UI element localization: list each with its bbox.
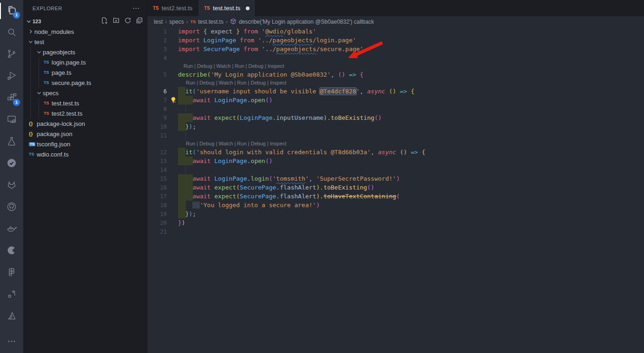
codelens-separator: | (215, 141, 219, 146)
code-line-16: 16 await expect(SecurePage.flashAlert).t… (147, 183, 644, 192)
line-number: 9 (147, 115, 170, 121)
tree-item-specs[interactable]: specs (23, 88, 147, 98)
views-more-actions-icon[interactable]: ⋯ (131, 4, 141, 13)
glyph-margin (170, 27, 178, 36)
glyph-margin (170, 105, 178, 113)
activity-github[interactable] (0, 196, 23, 218)
vscode-window: 1 1 (0, 0, 644, 353)
breadcrumb-separator: › (165, 19, 167, 25)
breadcrumb-folder[interactable]: test (154, 19, 163, 25)
tree-item-tsconfig.json[interactable]: TStsconfig.json (23, 139, 147, 149)
line-number: 17 (147, 193, 170, 200)
activity-live-share[interactable] (0, 284, 23, 306)
tree-item-wdio.conf.ts[interactable]: TSwdio.conf.ts (23, 149, 147, 159)
activity-source-control[interactable] (0, 44, 23, 65)
activity-extensions[interactable]: 1 (0, 87, 23, 109)
tsconfig-file-icon: TS (29, 142, 37, 146)
activity-bar: 1 1 (0, 0, 23, 353)
glyph-margin[interactable] (170, 96, 178, 105)
tree-item-test2.test.ts[interactable]: TStest2.test.ts (23, 108, 147, 118)
codelens-inspect-link[interactable]: Inspect (270, 80, 286, 85)
chevron-down-icon (25, 18, 33, 25)
codelens-run-link[interactable]: Run (237, 80, 246, 85)
codelens-run-link[interactable]: Run (184, 63, 193, 69)
indent-guide (185, 131, 186, 140)
tree-item-label: test2.test.ts (52, 110, 82, 117)
codelens-run-link[interactable]: Run (186, 141, 195, 146)
activity-search[interactable] (0, 22, 23, 44)
tree-item-package-lock.json[interactable]: {}package-lock.json (23, 118, 147, 129)
code-editor[interactable]: 1 import { expect } from '@wdio/globals'… (147, 27, 644, 353)
gitlab-icon (6, 179, 17, 192)
editor-group: TS test2.test.ts TS test.test.ts test › … (147, 0, 644, 353)
tree-item-test.test.ts[interactable]: TStest.test.ts (23, 98, 147, 108)
collapse-all-icon[interactable] (136, 17, 143, 26)
activity-docker[interactable] (0, 218, 23, 240)
codelens-debug-link[interactable]: Debug (251, 141, 266, 146)
codelens-separator: | (233, 80, 237, 85)
activity-more-actions[interactable] (0, 331, 23, 353)
new-file-icon[interactable] (101, 17, 108, 26)
codelens-row: Run | Debug | Watch | Run | Debug | Insp… (147, 140, 644, 148)
tree-item-pageobjects[interactable]: pageobjects (23, 47, 147, 57)
typescript-icon: TS (153, 6, 159, 11)
activity-circle[interactable] (0, 240, 23, 262)
typescript-file-icon: TS (44, 80, 52, 85)
refresh-icon[interactable] (124, 17, 131, 26)
codelens-debug-link[interactable]: Debug (199, 141, 214, 146)
figma-icon (6, 267, 17, 280)
workspace-section-header[interactable]: 123 (23, 16, 147, 26)
tab-test2.test.ts[interactable]: TS test2.test.ts (147, 0, 198, 16)
activity-run-and-debug[interactable] (0, 65, 23, 87)
modified-dot-icon[interactable] (246, 7, 250, 10)
codelens-inspect-link[interactable]: Inspect (270, 141, 286, 146)
codelens-watch-link[interactable]: Watch (219, 80, 233, 85)
tree-item-test[interactable]: test (23, 37, 147, 47)
activity-gitlab[interactable] (0, 175, 23, 196)
breadcrumb-symbol[interactable]: describe('My Login application @Sb0ae083… (239, 19, 374, 25)
activity-explorer[interactable]: 1 (0, 0, 23, 22)
typescript-icon: TS (191, 20, 196, 24)
codelens-run-link[interactable]: Run (235, 63, 244, 69)
codelens-debug-link[interactable]: Debug (197, 63, 212, 69)
codelens-run-link[interactable]: Run (237, 141, 246, 146)
activity-azure[interactable] (0, 306, 23, 327)
codelens-row: Run | Debug | Watch | Run | Debug | Insp… (147, 62, 644, 70)
codelens-separator: | (266, 141, 270, 146)
codelens-debug-link[interactable]: Debug (199, 80, 214, 85)
tree-item-label: page.ts (52, 69, 72, 76)
breadcrumb-separator: › (226, 19, 228, 25)
codelens-separator: | (215, 80, 219, 85)
activity-remote-explorer[interactable] (0, 109, 23, 131)
glyph-margin (170, 183, 178, 192)
code-line-21: 21 (147, 227, 644, 236)
breadcrumb-folder[interactable]: specs (169, 19, 184, 25)
activity-figma[interactable] (0, 262, 23, 284)
activity-testing[interactable] (0, 131, 23, 153)
tab-test.test.ts[interactable]: TS test.test.ts (198, 0, 256, 16)
glyph-margin (170, 201, 178, 209)
codelens-debug-link[interactable]: Debug (251, 80, 266, 85)
badge: 1 (13, 99, 20, 106)
codelens-inspect-link[interactable]: Inspect (268, 63, 284, 69)
glyph-margin (170, 36, 178, 45)
tree-item-secure.page.ts[interactable]: TSsecure.page.ts (23, 78, 147, 88)
tree-item-package.json[interactable]: {}package.json (23, 129, 147, 139)
workspace-name: 123 (33, 19, 101, 24)
codelens-watch-link[interactable]: Watch (219, 141, 233, 146)
codelens-run-link[interactable]: Run (186, 80, 195, 85)
tree-item-login.page.ts[interactable]: TSlogin.page.ts (23, 57, 147, 67)
tree-item-label: pageobjects (43, 49, 75, 56)
tree-item-page.ts[interactable]: TSpage.ts (23, 67, 147, 78)
code-line-14: 14 (147, 165, 644, 174)
codelens-separator: | (247, 80, 251, 85)
line-number: 6 (147, 88, 170, 95)
activity-check[interactable] (0, 153, 23, 175)
codelens-debug-link[interactable]: Debug (249, 63, 263, 69)
tree-item-node_modules[interactable]: node_modules (23, 26, 147, 37)
line-number: 20 (147, 220, 170, 226)
codelens-watch-link[interactable]: Watch (217, 63, 231, 69)
breadcrumb-file[interactable]: test.test.ts (198, 19, 223, 25)
new-folder-icon[interactable] (112, 17, 120, 26)
tree-item-label: test.test.ts (52, 100, 79, 107)
